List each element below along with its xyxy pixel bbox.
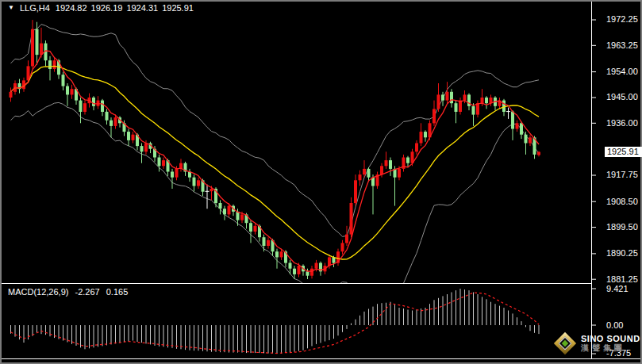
macd-indicator-label: MACD(12,26,9) -2.267 0.165 bbox=[8, 287, 132, 297]
current-price-tag: 1925.91 bbox=[605, 147, 642, 157]
high-value: 1926.19 bbox=[91, 3, 123, 13]
price-axis-tick: 1936.00 bbox=[606, 118, 642, 128]
macd-axis-tick: 0.00 bbox=[606, 320, 642, 331]
macd-main-value: -2.267 bbox=[75, 287, 99, 297]
logo-brand-text: SINO SOUND bbox=[581, 334, 640, 343]
collapse-triangle-icon[interactable]: ▼ bbox=[8, 4, 14, 12]
chart-canvas[interactable] bbox=[0, 0, 642, 364]
logo-chinese-text: 漢聲集團 bbox=[581, 343, 640, 353]
price-axis-tick: 1945.00 bbox=[606, 92, 642, 102]
chart-window: ▼ LLG,H4 1924.82 1926.19 1924.31 1925.91… bbox=[0, 0, 642, 364]
price-axis-tick: 1963.25 bbox=[606, 40, 642, 51]
symbol-period-label: LLG,H4 bbox=[20, 3, 50, 13]
open-value: 1924.82 bbox=[56, 3, 87, 13]
price-axis-tick: 1899.50 bbox=[606, 222, 642, 232]
price-axis-tick: 1917.75 bbox=[606, 170, 642, 180]
chart-ohlc-readout: ▼ LLG,H4 1924.82 1926.19 1924.31 1925.91 bbox=[8, 2, 198, 13]
close-value: 1925.91 bbox=[162, 3, 194, 13]
sino-sound-logo: SINO SOUND 漢聲集團 bbox=[555, 333, 640, 354]
price-axis-tick: 1890.25 bbox=[606, 248, 642, 259]
macd-axis-tick: 9.421 bbox=[606, 284, 642, 294]
macd-name: MACD(12,26,9) bbox=[8, 287, 68, 297]
price-axis-tick: 1972.25 bbox=[606, 14, 642, 25]
price-axis-tick: 1908.50 bbox=[606, 197, 642, 207]
sino-sound-diamond-icon bbox=[554, 332, 576, 354]
macd-signal-value: 0.165 bbox=[106, 287, 129, 297]
low-value: 1924.31 bbox=[126, 3, 158, 13]
price-axis-tick: 1954.00 bbox=[606, 67, 642, 77]
